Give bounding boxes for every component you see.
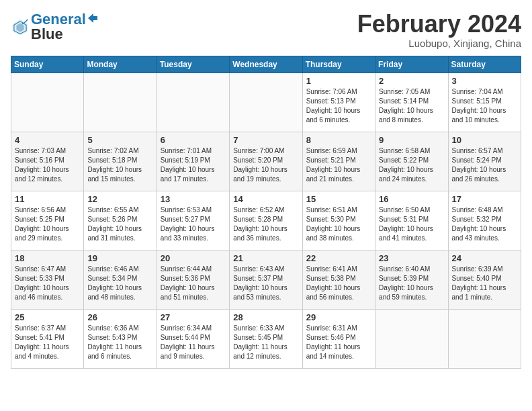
day-number: 5 [87, 135, 152, 145]
calendar-cell [11, 73, 84, 132]
calendar-cell: 27Sunrise: 6:34 AM Sunset: 5:44 PM Dayli… [157, 309, 229, 368]
calendar-cell: 7Sunrise: 7:00 AM Sunset: 5:20 PM Daylig… [230, 132, 302, 191]
day-number: 4 [15, 135, 80, 145]
day-info: Sunrise: 6:56 AM Sunset: 5:25 PM Dayligh… [15, 205, 80, 243]
day-number: 21 [233, 253, 298, 263]
calendar-cell: 5Sunrise: 7:02 AM Sunset: 5:18 PM Daylig… [84, 132, 157, 191]
day-info: Sunrise: 6:34 AM Sunset: 5:44 PM Dayligh… [161, 324, 226, 361]
day-number: 29 [306, 312, 371, 322]
calendar-cell: 23Sunrise: 6:40 AM Sunset: 5:39 PM Dayli… [375, 250, 448, 309]
day-number: 28 [233, 312, 298, 322]
calendar-cell: 20Sunrise: 6:44 AM Sunset: 5:36 PM Dayli… [157, 250, 229, 309]
day-number: 9 [379, 135, 444, 145]
day-info: Sunrise: 6:41 AM Sunset: 5:38 PM Dayligh… [306, 265, 371, 302]
week-row-4: 18Sunrise: 6:47 AM Sunset: 5:33 PM Dayli… [11, 250, 521, 309]
calendar-cell: 18Sunrise: 6:47 AM Sunset: 5:33 PM Dayli… [11, 250, 84, 309]
calendar-cell: 24Sunrise: 6:39 AM Sunset: 5:40 PM Dayli… [448, 250, 521, 309]
calendar-cell: 14Sunrise: 6:52 AM Sunset: 5:28 PM Dayli… [230, 191, 302, 250]
title-block: February 2024 Luobupo, Xinjiang, China [357, 11, 521, 49]
logo-icon [11, 17, 30, 36]
day-info: Sunrise: 6:48 AM Sunset: 5:32 PM Dayligh… [452, 205, 517, 243]
calendar-cell: 4Sunrise: 7:03 AM Sunset: 5:16 PM Daylig… [11, 132, 84, 191]
day-number: 17 [452, 194, 517, 204]
calendar-cell: 11Sunrise: 6:56 AM Sunset: 5:25 PM Dayli… [11, 191, 84, 250]
day-info: Sunrise: 7:02 AM Sunset: 5:18 PM Dayligh… [87, 146, 152, 184]
calendar-cell: 13Sunrise: 6:53 AM Sunset: 5:27 PM Dayli… [157, 191, 229, 250]
day-info: Sunrise: 6:31 AM Sunset: 5:46 PM Dayligh… [306, 324, 371, 361]
calendar-cell: 6Sunrise: 7:01 AM Sunset: 5:19 PM Daylig… [157, 132, 229, 191]
day-info: Sunrise: 6:33 AM Sunset: 5:45 PM Dayligh… [233, 324, 298, 361]
svg-marker-3 [88, 13, 97, 23]
calendar-cell: 26Sunrise: 6:36 AM Sunset: 5:43 PM Dayli… [84, 309, 157, 368]
calendar-cell: 12Sunrise: 6:55 AM Sunset: 5:26 PM Dayli… [84, 191, 157, 250]
day-info: Sunrise: 6:59 AM Sunset: 5:21 PM Dayligh… [306, 146, 371, 184]
header-day-saturday: Saturday [448, 56, 521, 73]
calendar-cell: 2Sunrise: 7:05 AM Sunset: 5:14 PM Daylig… [375, 73, 448, 132]
calendar-cell [84, 73, 157, 132]
day-info: Sunrise: 7:06 AM Sunset: 5:13 PM Dayligh… [306, 87, 371, 125]
day-info: Sunrise: 6:50 AM Sunset: 5:31 PM Dayligh… [379, 205, 444, 243]
logo: General Blue [11, 11, 99, 43]
day-info: Sunrise: 6:53 AM Sunset: 5:27 PM Dayligh… [161, 205, 226, 243]
day-info: Sunrise: 7:00 AM Sunset: 5:20 PM Dayligh… [233, 146, 298, 184]
calendar-table: SundayMondayTuesdayWednesdayThursdayFrid… [11, 56, 521, 369]
header-day-wednesday: Wednesday [230, 56, 302, 73]
calendar-cell: 19Sunrise: 6:46 AM Sunset: 5:34 PM Dayli… [84, 250, 157, 309]
header-day-friday: Friday [375, 56, 448, 73]
calendar-cell: 21Sunrise: 6:43 AM Sunset: 5:37 PM Dayli… [230, 250, 302, 309]
day-number: 16 [379, 194, 444, 204]
header-day-thursday: Thursday [302, 56, 375, 73]
day-number: 22 [306, 253, 371, 263]
day-info: Sunrise: 7:05 AM Sunset: 5:14 PM Dayligh… [379, 87, 444, 125]
calendar-cell: 9Sunrise: 6:58 AM Sunset: 5:22 PM Daylig… [375, 132, 448, 191]
day-number: 19 [87, 253, 152, 263]
calendar-cell: 1Sunrise: 7:06 AM Sunset: 5:13 PM Daylig… [302, 73, 375, 132]
week-row-1: 1Sunrise: 7:06 AM Sunset: 5:13 PM Daylig… [11, 73, 521, 132]
calendar-cell [375, 309, 448, 368]
calendar-header: SundayMondayTuesdayWednesdayThursdayFrid… [11, 56, 521, 73]
day-number: 25 [15, 312, 80, 322]
day-number: 13 [161, 194, 226, 204]
day-info: Sunrise: 6:47 AM Sunset: 5:33 PM Dayligh… [15, 265, 80, 302]
day-number: 18 [15, 253, 80, 263]
calendar-cell: 3Sunrise: 7:04 AM Sunset: 5:15 PM Daylig… [448, 73, 521, 132]
calendar-cell: 15Sunrise: 6:51 AM Sunset: 5:30 PM Dayli… [302, 191, 375, 250]
week-row-5: 25Sunrise: 6:37 AM Sunset: 5:41 PM Dayli… [11, 309, 521, 368]
logo-arrow [87, 12, 99, 24]
week-row-3: 11Sunrise: 6:56 AM Sunset: 5:25 PM Dayli… [11, 191, 521, 250]
day-number: 10 [452, 135, 517, 145]
header-row: SundayMondayTuesdayWednesdayThursdayFrid… [11, 56, 521, 73]
day-number: 3 [452, 76, 517, 86]
month-title: February 2024 [357, 11, 521, 38]
calendar-cell: 10Sunrise: 6:57 AM Sunset: 5:24 PM Dayli… [448, 132, 521, 191]
calendar-cell: 8Sunrise: 6:59 AM Sunset: 5:21 PM Daylig… [302, 132, 375, 191]
calendar-cell [230, 73, 302, 132]
day-info: Sunrise: 7:01 AM Sunset: 5:19 PM Dayligh… [161, 146, 226, 184]
calendar-cell: 22Sunrise: 6:41 AM Sunset: 5:38 PM Dayli… [302, 250, 375, 309]
calendar-cell [448, 309, 521, 368]
day-number: 12 [87, 194, 152, 204]
day-info: Sunrise: 7:04 AM Sunset: 5:15 PM Dayligh… [452, 87, 517, 125]
calendar-cell [157, 73, 229, 132]
day-info: Sunrise: 6:44 AM Sunset: 5:36 PM Dayligh… [161, 265, 226, 302]
day-number: 27 [161, 312, 226, 322]
calendar-cell: 29Sunrise: 6:31 AM Sunset: 5:46 PM Dayli… [302, 309, 375, 368]
location: Luobupo, Xinjiang, China [357, 38, 521, 49]
day-info: Sunrise: 6:39 AM Sunset: 5:40 PM Dayligh… [452, 265, 517, 302]
header-day-tuesday: Tuesday [157, 56, 229, 73]
day-number: 15 [306, 194, 371, 204]
page-header: General Blue February 2024 Luobupo, Xinj… [11, 11, 521, 49]
calendar-cell: 16Sunrise: 6:50 AM Sunset: 5:31 PM Dayli… [375, 191, 448, 250]
day-info: Sunrise: 6:36 AM Sunset: 5:43 PM Dayligh… [87, 324, 152, 361]
header-day-sunday: Sunday [11, 56, 84, 73]
day-number: 20 [161, 253, 226, 263]
day-number: 24 [452, 253, 517, 263]
calendar-body: 1Sunrise: 7:06 AM Sunset: 5:13 PM Daylig… [11, 73, 521, 368]
day-number: 14 [233, 194, 298, 204]
day-number: 8 [306, 135, 371, 145]
calendar-cell: 28Sunrise: 6:33 AM Sunset: 5:45 PM Dayli… [230, 309, 302, 368]
day-info: Sunrise: 6:43 AM Sunset: 5:37 PM Dayligh… [233, 265, 298, 302]
day-info: Sunrise: 6:58 AM Sunset: 5:22 PM Dayligh… [379, 146, 444, 184]
header-day-monday: Monday [84, 56, 157, 73]
day-info: Sunrise: 6:52 AM Sunset: 5:28 PM Dayligh… [233, 205, 298, 243]
